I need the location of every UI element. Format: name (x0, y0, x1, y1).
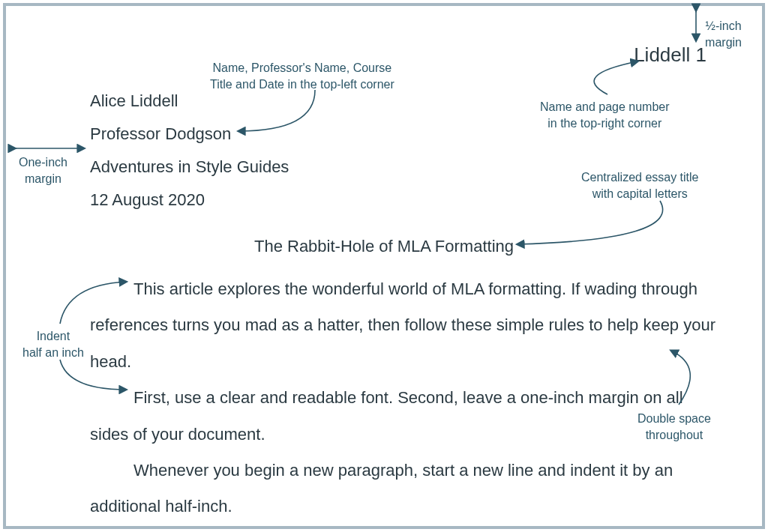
professor-name: Professor Dodgson (90, 126, 289, 142)
annotation-title-note: Centralized essay titlewith capital lett… (581, 169, 699, 202)
paragraph-1: This article explores the wonderful worl… (90, 271, 722, 380)
annotation-header-info: Name, Professor's Name, CourseTitle and … (210, 60, 394, 92)
essay-title: The Rabbit-Hole of MLA Formatting (0, 237, 768, 256)
date: 12 August 2020 (90, 192, 289, 208)
student-name: Alice Liddell (90, 93, 289, 109)
paragraph-3: Whenever you begin a new paragraph, star… (90, 453, 722, 525)
course-title: Adventures in Style Guides (90, 159, 289, 175)
annotation-indent: Indenthalf an inch (22, 328, 84, 360)
header-info-block: Alice Liddell Professor Dodgson Adventur… (90, 93, 289, 225)
annotation-top-margin: ½-inchmargin (705, 18, 742, 50)
essay-body: This article explores the wonderful worl… (90, 271, 722, 525)
running-head: Liddell 1 (634, 43, 706, 67)
annotation-header-page: Name and page numberin the top-right cor… (540, 99, 670, 131)
annotation-double-space: Double spacethroughout (638, 411, 711, 443)
annotation-left-margin: One-inchmargin (19, 154, 68, 187)
paragraph-2: First, use a clear and readable font. Se… (90, 380, 722, 453)
